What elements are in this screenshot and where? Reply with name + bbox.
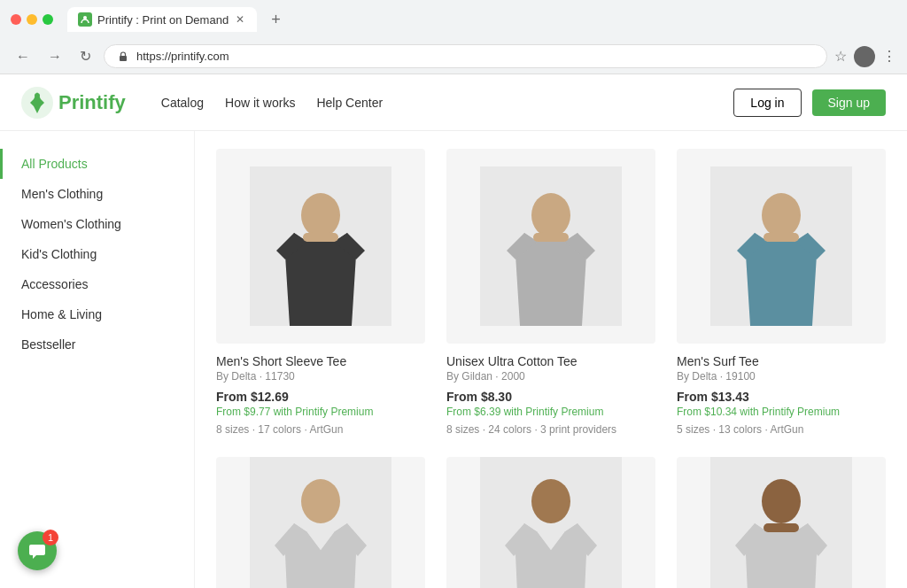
shirt-image-4: [480, 457, 622, 588]
nav-how-it-works[interactable]: How it works: [225, 96, 295, 110]
product-price-0: From $12.69: [216, 390, 425, 404]
product-card-2[interactable]: Men's Surf Tee By Delta · 19100 From $13…: [677, 149, 886, 436]
product-brand-0: By Delta · 11730: [216, 370, 425, 383]
nav-catalog[interactable]: Catalog: [161, 96, 204, 110]
sidebar: All Products Men's Clothing Women's Clot…: [0, 131, 195, 588]
svg-point-25: [764, 483, 799, 522]
product-premium-2: From $10.34 with Printify Premium: [677, 406, 886, 418]
product-card-4[interactable]: Men's Fitted V-Neck Short Sle...: [446, 457, 655, 588]
lock-icon: [117, 50, 129, 63]
browser-titlebar: Printify : Print on Demand ✕ +: [0, 0, 907, 39]
svg-rect-26: [764, 523, 799, 532]
logo-icon: [21, 87, 53, 119]
minimize-dot[interactable]: [27, 14, 37, 25]
sidebar-item-home-living[interactable]: Home & Living: [0, 299, 194, 329]
svg-point-3: [35, 93, 40, 98]
refresh-button[interactable]: ↻: [74, 44, 97, 68]
product-card-3[interactable]: Unisex Jersey Short Sleeve V...: [216, 457, 425, 588]
logo[interactable]: Printify: [21, 87, 126, 119]
url-text: https://printify.com: [136, 50, 814, 63]
shirt-image-0: [250, 166, 391, 326]
chat-widget[interactable]: 1: [18, 531, 57, 570]
logo-text: Printify: [58, 91, 126, 114]
app: Printify Catalog How it works Help Cente…: [0, 74, 907, 588]
product-card-0[interactable]: Men's Short Sleeve Tee By Delta · 11730 …: [216, 149, 425, 436]
sidebar-item-all-products[interactable]: All Products: [0, 149, 194, 179]
svg-point-14: [764, 197, 799, 236]
product-premium-1: From $6.39 with Printify Premium: [446, 406, 655, 418]
sidebar-item-mens-clothing[interactable]: Men's Clothing: [0, 179, 194, 209]
product-image-1: [446, 149, 655, 344]
sidebar-item-accessories[interactable]: Accessories: [0, 269, 194, 299]
user-avatar[interactable]: [854, 46, 875, 67]
svg-rect-7: [303, 233, 338, 242]
shirt-image-1: [480, 166, 622, 326]
chat-icon: [27, 541, 47, 561]
signup-button[interactable]: Sign up: [812, 89, 886, 116]
products-area: Men's Short Sleeve Tee By Delta · 11730 …: [195, 131, 907, 588]
browser-toolbar: ← → ↻ https://printify.com ☆ ⋮: [0, 39, 907, 74]
product-image-3: [216, 457, 425, 588]
svg-rect-11: [533, 233, 569, 242]
product-brand-2: By Delta · 19100: [677, 370, 886, 383]
maximize-dot[interactable]: [43, 14, 53, 25]
product-premium-0: From $9.77 with Printify Premium: [216, 406, 425, 418]
app-header: Printify Catalog How it works Help Cente…: [0, 74, 907, 131]
product-brand-1: By Gildan · 2000: [446, 370, 655, 383]
tab-title: Printify : Print on Demand: [97, 13, 229, 27]
tab-favicon: [78, 12, 92, 27]
product-image-0: [216, 149, 425, 344]
svg-point-21: [533, 483, 569, 522]
bookmark-icon[interactable]: ☆: [834, 48, 847, 65]
svg-rect-1: [120, 56, 127, 61]
product-name-1: Unisex Ultra Cotton Tee: [446, 354, 655, 368]
product-meta-1: 8 sizes · 24 colors · 3 print providers: [446, 423, 655, 436]
svg-point-10: [533, 197, 569, 236]
product-image-5: [677, 457, 886, 588]
tab-close-button[interactable]: ✕: [234, 13, 246, 26]
product-meta-0: 8 sizes · 17 colors · ArtGun: [216, 423, 425, 436]
product-card-5[interactable]: Men's Fitted Short Sleeve Tee: [677, 457, 886, 588]
product-price-2: From $13.43: [677, 390, 886, 404]
browser-tab[interactable]: Printify : Print on Demand ✕: [67, 7, 257, 32]
main-nav: Catalog How it works Help Center: [161, 96, 383, 110]
back-button[interactable]: ←: [11, 45, 35, 68]
product-price-1: From $8.30: [446, 390, 655, 404]
header-actions: Log in Sign up: [733, 89, 886, 117]
shirt-image-3: [250, 457, 391, 588]
svg-rect-15: [764, 233, 799, 242]
products-grid: Men's Short Sleeve Tee By Delta · 11730 …: [216, 149, 886, 588]
more-options-icon[interactable]: ⋮: [882, 48, 896, 65]
svg-point-18: [303, 483, 338, 522]
sidebar-item-bestseller[interactable]: Bestseller: [0, 329, 194, 360]
login-button[interactable]: Log in: [733, 89, 801, 117]
nav-help-center[interactable]: Help Center: [316, 96, 383, 110]
svg-point-6: [303, 197, 338, 236]
new-tab-button[interactable]: +: [264, 11, 288, 29]
toolbar-right: ☆ ⋮: [834, 46, 896, 67]
browser-chrome: Printify : Print on Demand ✕ + ← → ↻ htt…: [0, 0, 907, 74]
product-image-4: [446, 457, 655, 588]
sidebar-item-womens-clothing[interactable]: Women's Clothing: [0, 209, 194, 239]
close-dot[interactable]: [11, 14, 21, 25]
product-card-1[interactable]: Unisex Ultra Cotton Tee By Gildan · 2000…: [446, 149, 655, 436]
shirt-image-2: [710, 166, 852, 326]
browser-dots: [11, 14, 53, 25]
product-image-2: [677, 149, 886, 344]
product-name-0: Men's Short Sleeve Tee: [216, 354, 425, 368]
chat-badge: 1: [43, 530, 58, 545]
forward-button[interactable]: →: [43, 45, 67, 68]
main-content: All Products Men's Clothing Women's Clot…: [0, 131, 907, 588]
product-name-2: Men's Surf Tee: [677, 354, 886, 368]
product-meta-2: 5 sizes · 13 colors · ArtGun: [677, 423, 886, 436]
address-bar[interactable]: https://printify.com: [104, 44, 827, 68]
sidebar-item-kids-clothing[interactable]: Kid's Clothing: [0, 239, 194, 269]
shirt-image-5: [710, 457, 852, 588]
